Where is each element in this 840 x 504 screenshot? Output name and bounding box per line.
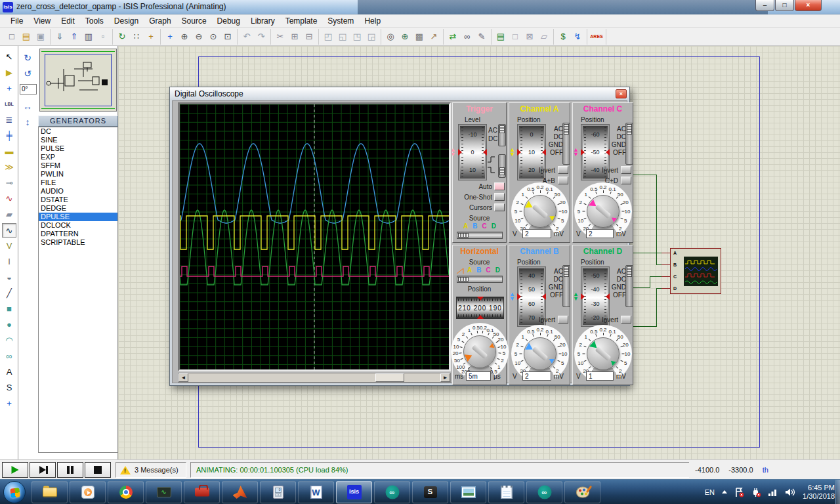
import-section-icon[interactable]: ⇓ [52, 30, 67, 43]
wire[interactable] [656, 264, 662, 265]
menu-debug[interactable]: Debug [212, 15, 245, 27]
menu-view[interactable]: View [28, 15, 56, 27]
taskbar-notepad-button[interactable] [488, 481, 524, 503]
close-button[interactable]: × [795, 0, 822, 11]
zoom-in-icon[interactable]: ⊕ [177, 30, 192, 43]
wire[interactable] [631, 287, 650, 288]
remove-sheet-icon[interactable]: ⊠ [522, 30, 537, 43]
channel-c-invert-button[interactable] [621, 166, 631, 174]
device-pins-mode-icon[interactable]: ⊸ [2, 176, 16, 190]
language-indicator[interactable]: EN [705, 488, 715, 496]
position-arrow-icon[interactable]: ▲▼ [509, 292, 515, 301]
taskbar-wmp-button[interactable] [70, 481, 106, 503]
channel-a-invert-button[interactable] [558, 166, 568, 174]
taskbar-toolbox-button[interactable] [184, 481, 220, 503]
channel-b-value[interactable]: 2 [522, 371, 551, 381]
generator-item-pwlin[interactable]: PWLIN [39, 170, 117, 178]
menu-edit[interactable]: Edit [56, 15, 80, 27]
generator-item-pulse[interactable]: PULSE [39, 144, 117, 153]
scroll-right-icon[interactable]: ► [440, 373, 450, 382]
generator-item-sffm[interactable]: SFFM [39, 161, 117, 170]
oscilloscope-close-icon[interactable]: × [616, 89, 627, 98]
generator-item-exp[interactable]: EXP [39, 153, 117, 161]
channel-a-coupling-switch[interactable] [562, 123, 570, 165]
wire[interactable] [650, 276, 662, 277]
selection-mode-icon[interactable]: ↖ [2, 50, 16, 64]
pan-icon[interactable]: + [163, 30, 177, 43]
wire[interactable] [631, 253, 662, 253]
menu-file[interactable]: File [5, 15, 28, 27]
paste-icon[interactable]: ⊟ [302, 30, 316, 43]
export-section-icon[interactable]: ⇑ [67, 30, 81, 43]
rotate-cw-button[interactable]: ↻ [21, 51, 34, 64]
position-arrow-icon[interactable]: ▲▼ [573, 148, 579, 157]
network-signal-icon[interactable] [768, 488, 778, 497]
2d-path-mode-icon[interactable]: ∞ [2, 349, 16, 364]
design-explorer-icon[interactable]: ▤ [494, 30, 508, 43]
generator-item-dpattern[interactable]: DPATTERN [39, 230, 117, 238]
block-delete-icon[interactable]: ◲ [364, 30, 379, 43]
mirror-horizontal-button[interactable]: ↔ [21, 100, 34, 113]
stop-button[interactable] [85, 462, 111, 478]
block-copy-icon[interactable]: ◰ [321, 30, 335, 43]
horizontal-position-dial[interactable]: 210 200 190 [456, 297, 504, 319]
print-icon[interactable]: ▥ [81, 30, 96, 43]
mark-output-area-icon[interactable]: ▫ [96, 30, 110, 43]
wire[interactable] [631, 326, 656, 327]
block-rotate-icon[interactable]: ◳ [350, 30, 364, 43]
trigger-edge-switch[interactable] [498, 154, 506, 178]
new-design-icon[interactable]: □ [5, 30, 19, 43]
2d-arc-mode-icon[interactable]: ◠ [2, 333, 16, 348]
wire[interactable] [656, 175, 657, 264]
tape-recorder-mode-icon[interactable]: ▰ [2, 207, 16, 222]
generator-mode-icon[interactable]: ∿ [2, 223, 16, 238]
trigger-coupling-switch[interactable] [498, 124, 506, 146]
action-center-icon[interactable] [734, 488, 744, 497]
menu-design[interactable]: Design [109, 15, 144, 27]
power-plug-icon[interactable] [751, 488, 761, 497]
timebase-value[interactable]: 5m [466, 371, 491, 381]
text-script-mode-icon[interactable]: ≣ [2, 113, 16, 127]
menu-graph[interactable]: Graph [144, 15, 176, 27]
generator-item-dpulse[interactable]: DPULSE [39, 213, 117, 221]
generator-item-audio[interactable]: AUDIO [39, 187, 117, 196]
menu-library[interactable]: Library [245, 15, 280, 27]
buses-mode-icon[interactable]: ╪ [2, 129, 16, 143]
toggle-grid-icon[interactable]: ∷ [129, 30, 144, 43]
generator-item-scriptable[interactable]: SCRIPTABLE [39, 238, 117, 247]
taskbar-arduino-button[interactable]: ∞ [374, 481, 410, 503]
wire[interactable] [656, 288, 662, 289]
2d-symbol-mode-icon[interactable]: S [2, 381, 16, 395]
2d-box-mode-icon[interactable]: ■ [2, 302, 16, 316]
zoom-all-icon[interactable]: ⊙ [206, 30, 220, 43]
menu-template[interactable]: Template [280, 15, 323, 27]
channel-a-value[interactable]: 2 [522, 229, 551, 238]
generator-item-dc[interactable]: DC [39, 127, 117, 136]
virtual-instruments-mode-icon[interactable]: ◒ [2, 270, 16, 285]
goto-sheet-icon[interactable]: ▱ [537, 30, 551, 43]
generator-item-dstate[interactable]: DSTATE [39, 196, 117, 204]
scrollbar-thumb[interactable] [375, 373, 404, 382]
channel-c-coupling-switch[interactable] [625, 123, 633, 165]
taskbar-calc-button[interactable] [260, 481, 296, 503]
trigger-source-slider[interactable] [457, 232, 503, 239]
channel-d-value[interactable]: 1 [586, 371, 614, 381]
step-button[interactable] [30, 462, 56, 478]
wire-autorouter-icon[interactable]: ⇄ [446, 30, 460, 43]
position-arrow-icon[interactable]: ▲▼ [509, 148, 515, 157]
wire[interactable] [650, 276, 650, 288]
show-desktop-button[interactable] [835, 480, 840, 504]
channel-b-invert-button[interactable] [558, 316, 568, 324]
taskbar-word-button[interactable]: W [298, 481, 334, 503]
generator-item-file[interactable]: FILE [39, 178, 117, 187]
menu-tools[interactable]: Tools [80, 15, 109, 27]
rotate-ccw-button[interactable]: ↺ [21, 67, 34, 80]
horizontal-source-slider[interactable] [457, 276, 503, 283]
new-sheet-icon[interactable]: □ [508, 30, 522, 43]
graph-mode-icon[interactable]: ∿ [2, 192, 16, 206]
taskbar-matlab-button[interactable] [222, 481, 258, 503]
taskbar-chrome-button[interactable] [108, 481, 144, 503]
search-tags-icon[interactable]: ∞ [460, 30, 474, 43]
cut-icon[interactable]: ✂ [273, 30, 287, 43]
position-arrow-icon[interactable]: ▲▼ [573, 292, 579, 301]
